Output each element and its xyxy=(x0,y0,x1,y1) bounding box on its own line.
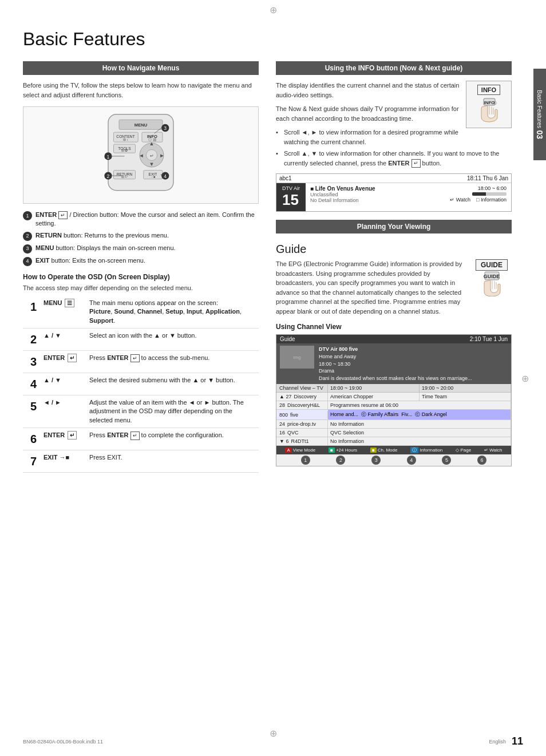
footer-right: English 11 xyxy=(489,735,523,747)
guide-featured-thumbnail: img xyxy=(280,346,314,369)
info-content-area: INFO INFO ⓘ The dis xyxy=(276,81,512,173)
channel-number-display: DTV Air 15 xyxy=(276,183,306,211)
channel-details: ■ Life On Venus Avenue Unclassified No D… xyxy=(306,183,445,211)
guide-featured-area: img DTV Air 800 five Home and Away 18:00… xyxy=(276,343,511,384)
guide-row-24: 24price-drop.tv No Information xyxy=(276,420,511,429)
left-column: How to Navigate Menus Before using the T… xyxy=(23,61,259,473)
guide-time-slots: 18:00 ~ 19:00 19:00 ~ 20:00 xyxy=(328,384,511,392)
time-progress-fill xyxy=(472,192,486,196)
footer-btn-green: ■ xyxy=(329,448,335,453)
svg-text:▲: ▲ xyxy=(149,140,154,147)
callout-2: 2 xyxy=(336,456,345,465)
osd-row-4: 4 ▲ / ▼ Select the desired submenu with … xyxy=(23,373,259,395)
featured-prog-subtitle: Home and Away xyxy=(319,353,472,361)
svg-text:↵: ↵ xyxy=(150,153,154,159)
right-column: Using the INFO button (Now & Next guide)… xyxy=(276,61,512,473)
prog-cell: Time Team xyxy=(420,393,511,401)
prog-cell: Programmes resume at 06:00 xyxy=(328,401,511,409)
guide-footer: A View Mode ■ +24 Hours ■ Ch. Mode xyxy=(276,446,511,454)
callout-circles-row: 1 2 3 4 5 6 xyxy=(276,454,511,466)
osd-row-1: 1 MENU ☰ The main menu options appear on… xyxy=(23,296,259,328)
footer-item-3: ■ Ch. Mode xyxy=(370,447,398,453)
svg-text:ⓘ: ⓘ xyxy=(493,101,497,105)
time-progress-bar xyxy=(472,192,507,196)
osd-subtitle: The access step may differ depending on … xyxy=(23,284,259,291)
remote-list-item: 4 EXIT button: Exits the on-screen menu. xyxy=(23,256,259,266)
planning-header: Planning Your Viewing xyxy=(276,220,512,233)
channel-view-title: Using Channel View xyxy=(276,323,512,331)
side-tab-text: Basic Features xyxy=(537,90,543,128)
svg-text:►: ► xyxy=(159,152,164,159)
channel-info-header: abc1 18:11 Thu 6 Jan xyxy=(276,174,511,183)
circle-1: 1 xyxy=(23,211,32,220)
main-content: Basic Features How to Navigate Menus Bef… xyxy=(0,11,546,496)
footer-item-1: A View Mode xyxy=(285,447,315,453)
callout-4: 4 xyxy=(407,456,416,465)
remote-svg: MENU CONTENT ⊞ ↕ INFO ⓘ ▦ TOOLS ⊞ ✿ xyxy=(28,112,254,199)
planning-section: Guide The EPG (Electronic Programme Guid… xyxy=(276,243,512,466)
info-bullet-1: Scroll ◄, ► to view information for a de… xyxy=(276,128,512,147)
footer-file: BN68-02840A-00L06-Book.indb 11 xyxy=(23,739,103,745)
nav-menus-header: How to Navigate Menus xyxy=(23,61,259,75)
channel-id: abc1 xyxy=(279,175,292,181)
osd-title: How to Operate the OSD (On Screen Displa… xyxy=(23,273,259,281)
nav-intro-text: Before using the TV, follow the steps be… xyxy=(23,81,259,100)
remote-diagram: MENU CONTENT ⊞ ↕ INFO ⓘ ▦ TOOLS ⊞ ✿ xyxy=(23,106,259,204)
featured-prog-desc: Dani is devastated when scott makes clea… xyxy=(319,375,472,382)
channel-time: 18:11 Thu 6 Jan xyxy=(467,175,508,181)
info-section-header: Using the INFO button (Now & Next guide) xyxy=(276,61,512,75)
guide-btn-label: GUIDE xyxy=(476,259,508,271)
guide-screen: Guide 2:10 Tue 1 Jun img DTV Air 800 fiv… xyxy=(276,334,512,466)
page-container: 03 Basic Features Basic Features How to … xyxy=(0,0,546,756)
channel-main: DTV Air 15 ■ Life On Venus Avenue Unclas… xyxy=(276,183,511,211)
channel-actions: ↵ Watch □ Information xyxy=(450,197,507,203)
svg-text:3: 3 xyxy=(164,125,167,131)
footer-item-4: ⓘ Information xyxy=(410,447,442,453)
bottom-crosshair: ⊕ xyxy=(270,728,277,739)
guide-hand-svg: GUIDE xyxy=(476,271,508,296)
guide-ch-view-label: Channel View – TV xyxy=(276,384,328,392)
circle-3: 3 xyxy=(23,244,32,254)
prog-cell: No Information xyxy=(328,437,511,445)
info-bullet-list: Scroll ◄, ► to view information for a de… xyxy=(276,128,512,168)
callout-3: 3 xyxy=(371,456,381,465)
two-column-layout: How to Navigate Menus Before using the T… xyxy=(23,61,512,473)
svg-text:⊞ ↕: ⊞ ↕ xyxy=(123,138,129,141)
side-tab: 03 Basic Features xyxy=(533,69,546,160)
svg-text:GUIDE: GUIDE xyxy=(483,274,500,279)
svg-text:◄: ◄ xyxy=(139,152,144,159)
guide-paragraph: The EPG (Electronic Programme Guide) inf… xyxy=(276,259,466,316)
guide-button-area: GUIDE GUIDE xyxy=(472,259,512,316)
footer-language: English xyxy=(489,739,506,745)
channel-category: Unclassified xyxy=(310,192,441,197)
prog-cell-selected: Home and... ⓒ Family Affairs Fiv... ⓒ Da… xyxy=(328,410,511,419)
remote-list-item: 1 ENTER ↵ / Direction button: Move the c… xyxy=(23,211,259,228)
callout-5: 5 xyxy=(442,456,451,465)
remote-numbered-list: 1 ENTER ↵ / Direction button: Move the c… xyxy=(23,211,259,266)
channel-description: No Detail Information xyxy=(310,197,441,203)
featured-prog-title: DTV Air 800 five xyxy=(319,346,472,353)
remote-list-item: 2 RETURN button: Returns to the previous… xyxy=(23,231,259,241)
channel-program-name: ■ Life On Venus Avenue xyxy=(310,185,441,192)
svg-text:2: 2 xyxy=(107,173,110,179)
guide-row-16: 16QVC QVC Selection xyxy=(276,429,511,437)
footer-item-6: ↵ Watch xyxy=(484,447,503,453)
guide-header-right: 2:10 Tue 1 Jun xyxy=(470,336,508,342)
channel-info-box: abc1 18:11 Thu 6 Jan DTV Air 15 ■ Life O… xyxy=(276,173,512,212)
guide-content: The EPG (Electronic Programme Guide) inf… xyxy=(276,259,512,316)
watch-action: ↵ Watch xyxy=(450,197,470,203)
footer-item-2: ■ +24 Hours xyxy=(329,447,357,453)
info-hand-svg: INFO ⓘ xyxy=(473,97,505,123)
side-tab-number: 03 xyxy=(535,130,544,140)
circle-4: 4 xyxy=(23,257,32,266)
osd-row-6: 6 ENTER ↵ Press ENTER ↵ to complete the … xyxy=(23,428,259,450)
right-crosshair: ⊕ xyxy=(521,373,529,383)
guide-row-800: 800five Home and... ⓒ Family Affairs Fiv… xyxy=(276,410,511,420)
footer-btn-blue: ⓘ xyxy=(410,447,418,453)
info-button-graphic: INFO INFO ⓘ xyxy=(466,81,512,128)
guide-channel-header: Channel View – TV 18:00 ~ 19:00 19:00 ~ … xyxy=(276,384,511,393)
footer-btn-yellow: ■ xyxy=(370,448,377,453)
guide-time-slot-1: 18:00 ~ 19:00 xyxy=(328,384,420,392)
info-bullet-2: Scroll ▲, ▼ to view information for othe… xyxy=(276,149,512,168)
svg-text:▼: ▼ xyxy=(149,161,154,167)
